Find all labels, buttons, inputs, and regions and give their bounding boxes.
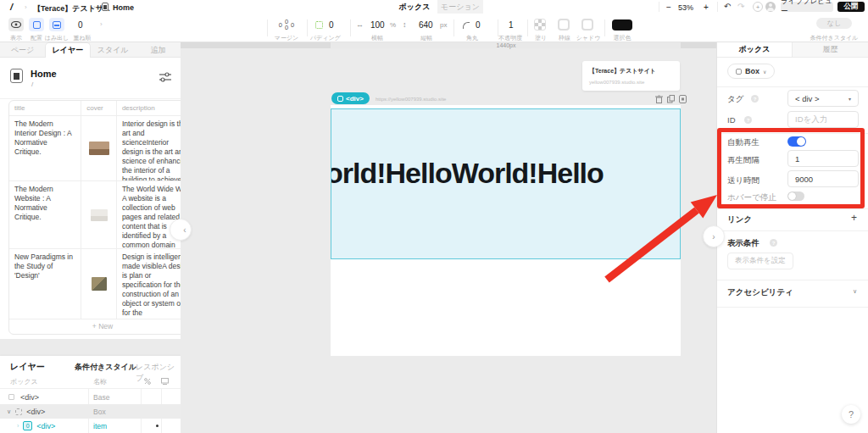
tag-label: タグ	[727, 94, 743, 105]
trash-icon[interactable]	[655, 95, 663, 103]
chevron-right-icon[interactable]: ›	[17, 423, 19, 429]
radius-value[interactable]: 0	[476, 20, 481, 30]
layer-tag: <div>	[20, 393, 39, 402]
margin-bottom-value[interactable]: 0	[285, 25, 288, 31]
sidebar-tabs: ページ レイヤー スタイル 追加	[0, 42, 181, 58]
tab-conditional-style[interactable]: 条件付きスタイル	[75, 362, 136, 373]
align-button[interactable]	[29, 18, 44, 31]
cell-cover	[81, 181, 117, 248]
margin-left-value[interactable]: 0	[279, 21, 282, 29]
condition-dot	[156, 425, 159, 427]
accessibility-section-label: アクセシビリティ	[727, 287, 793, 298]
tab-history[interactable]: 履歴	[793, 42, 868, 57]
collapse-left-panel-button[interactable]: ‹	[170, 219, 192, 241]
overflow-icon	[53, 21, 61, 29]
tab-box[interactable]: ボックス	[392, 0, 437, 14]
box-type-label: Box	[745, 67, 760, 75]
padding-icon	[315, 21, 323, 29]
column-header[interactable]: description	[117, 101, 181, 115]
info-icon[interactable]: ?	[744, 116, 752, 124]
info-icon[interactable]: ?	[770, 239, 777, 247]
selected-element-tag[interactable]: <div>	[331, 92, 370, 104]
redo-icon[interactable]: ↷	[737, 2, 744, 11]
zoom-in-button[interactable]: +	[704, 3, 709, 12]
visibility-button[interactable]	[8, 18, 24, 31]
breadcrumb-page[interactable]: Home	[113, 3, 134, 12]
height-value[interactable]: 640	[419, 20, 433, 30]
column-header[interactable]: cover	[81, 101, 117, 115]
eye-icon	[11, 21, 21, 28]
layer-row-item[interactable]: › 0 <div> item	[0, 419, 181, 433]
conditional-style-value[interactable]: なし	[816, 18, 852, 29]
hover-stop-toggle[interactable]	[787, 192, 804, 201]
width-unit[interactable]: %	[390, 21, 396, 29]
zoom-level[interactable]: 53%	[678, 3, 693, 12]
chevron-down-icon[interactable]: ∨	[7, 408, 11, 415]
selection-color-swatch[interactable]	[612, 19, 632, 31]
table-row[interactable]: New Paradigms in the Study of 'Design' D…	[9, 249, 181, 319]
app-logo-icon[interactable]: /	[10, 2, 13, 12]
layer-row-box-selected[interactable]: ∨ <div> Box	[0, 404, 181, 419]
site-info-card[interactable]: 【Terace】テストサイト yellow007939.studio.site	[582, 61, 680, 91]
copy-icon[interactable]	[667, 95, 675, 103]
tab-styles[interactable]: スタイル	[91, 42, 136, 58]
zoom-out-button[interactable]: −	[666, 3, 671, 12]
selected-box-element[interactable]: orld!HelloWorld!Hello	[331, 108, 681, 259]
info-icon[interactable]: ?	[751, 95, 759, 103]
margin-right-value[interactable]: 0	[291, 21, 294, 29]
publish-button[interactable]: 公開	[837, 2, 865, 12]
breadcrumb-project[interactable]: 【Terace】テストサ...	[33, 3, 110, 14]
tab-pages[interactable]: ページ	[0, 42, 45, 58]
tag-select[interactable]: < div > ▾	[787, 90, 859, 107]
table-row[interactable]: The Modern Interior Design : A Normative…	[9, 116, 181, 181]
opacity-value[interactable]: 1	[509, 20, 514, 30]
autoplay-label: 自動再生	[727, 137, 760, 148]
height-unit[interactable]: px	[440, 21, 447, 29]
id-input[interactable]: IDを入力	[787, 111, 859, 128]
layer-row-base[interactable]: <div> Base	[0, 390, 181, 404]
add-link-button[interactable]: +	[851, 212, 857, 224]
width-arrow-icon: ↔	[356, 20, 364, 29]
hero-text[interactable]: orld!HelloWorld!Hello	[331, 157, 604, 190]
undo-icon[interactable]: ↶	[724, 2, 731, 11]
divider	[453, 19, 454, 36]
z-order-value[interactable]: 0	[78, 20, 83, 30]
divider	[267, 19, 268, 36]
live-preview-button[interactable]: ライブプレビュー	[781, 2, 833, 12]
tab-add[interactable]: 追加	[136, 42, 181, 58]
tab-motion[interactable]: モーション	[437, 0, 483, 14]
width-value[interactable]: 100	[370, 20, 385, 30]
help-button[interactable]: ?	[842, 405, 860, 424]
column-header[interactable]: title	[9, 101, 81, 115]
tune-icon[interactable]	[159, 72, 171, 82]
invite-plus-icon[interactable]: +	[753, 2, 763, 12]
table-add-row[interactable]: + New	[9, 319, 181, 334]
interval-input[interactable]: 1	[787, 150, 859, 167]
tab-box-settings[interactable]: ボックス	[717, 42, 793, 57]
table-row[interactable]: The Modern Website : A Normative Critiqu…	[9, 181, 181, 249]
fill-swatch[interactable]	[534, 19, 546, 31]
fill-label: 塗り	[531, 34, 551, 42]
border-swatch[interactable]	[558, 19, 570, 31]
collapse-right-panel-button[interactable]: ›	[703, 225, 725, 247]
table-header-row: title cover description	[9, 101, 181, 116]
page-body[interactable]: orld!HelloWorld!Hello	[331, 105, 681, 356]
shadow-swatch[interactable]	[581, 19, 593, 31]
margin-control[interactable]: 0 0 0 0	[273, 17, 300, 32]
expand-chevron-icon[interactable]: ›	[100, 20, 103, 28]
set-condition-button[interactable]: 表示条件を設定	[727, 253, 793, 269]
tag-label: <div>	[346, 95, 364, 103]
canvas[interactable]: 1440px 【Terace】テストサイト yellow007939.studi…	[181, 42, 716, 433]
checkbox[interactable]	[8, 394, 14, 400]
avatar[interactable]	[765, 2, 776, 12]
tab-responsive[interactable]: レスポンシブ	[136, 362, 181, 384]
component-icon[interactable]	[679, 95, 687, 103]
tab-layers[interactable]: レイヤー	[45, 42, 90, 58]
padding-value[interactable]: 0	[329, 20, 334, 30]
add-new-row-button[interactable]: + New	[9, 319, 181, 334]
autoplay-toggle[interactable]	[787, 136, 806, 147]
overflow-button[interactable]	[49, 18, 64, 31]
chevron-down-icon[interactable]: ∨	[853, 288, 857, 295]
duration-input[interactable]: 9000	[787, 170, 859, 187]
box-type-selector[interactable]: Box ∨	[727, 64, 775, 79]
